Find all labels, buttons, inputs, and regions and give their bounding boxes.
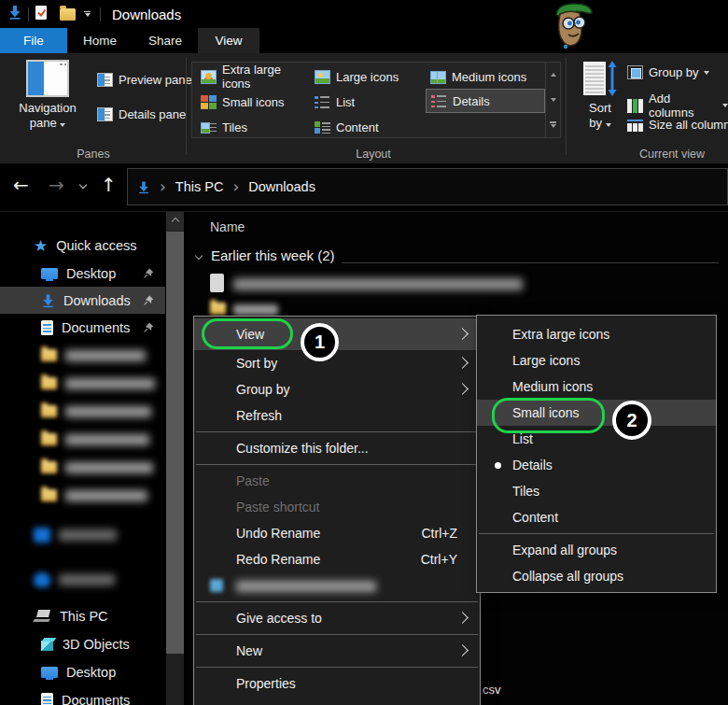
dropbox-icon	[34, 528, 50, 543]
details-pane-button[interactable]: Details pane	[97, 107, 186, 121]
back-button[interactable]: ←	[13, 176, 29, 194]
details-option-selected[interactable]: Details	[426, 89, 545, 113]
panes-group-label: Panes	[37, 148, 149, 161]
submenu-item-expand-all-groups[interactable]: Expand all groups	[477, 537, 716, 563]
context-menu-item-give-access[interactable]: Give access to	[194, 605, 480, 631]
gallery-expand-button[interactable]	[546, 112, 560, 137]
submenu-item-details[interactable]: Details	[477, 452, 716, 478]
tiles-option[interactable]: Tiles	[196, 115, 308, 139]
navigation-pane-icon	[26, 60, 69, 97]
annotation-step-badge-2: 2	[612, 401, 651, 440]
sidebar-item-redacted-folder[interactable]	[0, 482, 165, 509]
gallery-scroll-up-button[interactable]	[546, 63, 560, 88]
context-menu-item-redo-rename[interactable]: Redo Rename Ctrl+Y	[194, 546, 480, 572]
pin-icon[interactable]	[144, 320, 154, 335]
sidebar-item-desktop-pc[interactable]: Desktop	[0, 658, 165, 685]
scrollbar-thumb[interactable]	[166, 232, 184, 654]
pin-icon[interactable]	[144, 266, 154, 281]
list-option[interactable]: List	[310, 90, 422, 114]
annotation-highlight-view	[202, 318, 293, 349]
forward-button[interactable]: →	[49, 176, 64, 194]
pin-icon[interactable]	[144, 293, 154, 308]
breadcrumb-downloads[interactable]: Downloads	[248, 179, 315, 194]
sidebar-item-documents-pc[interactable]: Documents	[0, 686, 165, 705]
qat-check-icon[interactable]	[35, 5, 49, 24]
content-option[interactable]: Content	[310, 115, 422, 139]
group-collapse-chevron[interactable]	[195, 251, 203, 259]
context-menu-item-paste[interactable]: Paste	[194, 468, 480, 494]
context-menu-item-refresh[interactable]: Refresh	[194, 402, 480, 429]
size-all-columns-button[interactable]: Size all columns	[627, 118, 728, 132]
context-menu-item-group-by[interactable]: Group by	[194, 376, 480, 402]
add-columns-button[interactable]: Add columns	[627, 92, 728, 120]
submenu-item-extra-large-icons[interactable]: Extra large icons	[477, 321, 716, 347]
qat-folder-icon[interactable]	[60, 8, 76, 21]
context-menu-item-undo-rename[interactable]: Undo Rename Ctrl+Z	[194, 520, 480, 546]
context-menu-item-new[interactable]: New	[194, 638, 480, 664]
address-bar: ← → ↑ › This PC › Downloads	[0, 163, 728, 212]
context-menu-item-customize[interactable]: Customize this folder...	[194, 435, 480, 461]
redacted-file-name[interactable]	[233, 278, 523, 290]
sidebar-item-redacted-folder[interactable]	[0, 426, 165, 453]
context-menu-item-paste-shortcut[interactable]: Paste shortcut	[194, 494, 480, 520]
sidebar-item-documents[interactable]: Documents	[0, 314, 165, 341]
address-field[interactable]: › This PC › Downloads	[127, 168, 728, 205]
tab-share[interactable]: Share	[133, 28, 198, 53]
tab-view[interactable]: View	[198, 28, 259, 53]
sidebar-item-quick-access[interactable]: ★ Quick access	[0, 232, 165, 259]
sidebar-scrollbar[interactable]	[166, 212, 184, 705]
titlebar-separator	[100, 7, 101, 21]
context-menu-item-redacted[interactable]	[194, 572, 480, 599]
titlebar-separator	[28, 7, 29, 21]
desktop-icon	[41, 667, 58, 678]
large-icons-option[interactable]: Large icons	[310, 64, 422, 89]
qat-dropdown-icon[interactable]	[84, 11, 91, 18]
preview-pane-button[interactable]: Preview pane	[97, 73, 192, 87]
sidebar-item-desktop[interactable]: Desktop	[0, 260, 165, 287]
sidebar-item-redacted-folder[interactable]	[0, 370, 165, 397]
sidebar-item-dropbox-redacted[interactable]	[0, 521, 165, 548]
sort-by-button[interactable]: Sortby	[577, 60, 623, 131]
folder-icon	[41, 461, 57, 473]
redacted-folder-name[interactable]	[233, 304, 278, 316]
sidebar-item-this-pc[interactable]: This PC	[0, 602, 165, 629]
sidebar-item-redacted-folder[interactable]	[0, 454, 165, 481]
group-by-button[interactable]: Group by	[627, 65, 709, 79]
preview-pane-icon	[97, 73, 113, 87]
context-menu-item-properties[interactable]: Properties	[194, 670, 480, 697]
window-title: Downloads	[112, 7, 181, 22]
name-column-header[interactable]: Name	[210, 219, 245, 234]
submenu-item-collapse-all-groups[interactable]: Collapse all groups	[477, 563, 716, 589]
sidebar-item-redacted-folder[interactable]	[0, 342, 165, 369]
breadcrumb-this-pc[interactable]: This PC	[175, 179, 224, 194]
sidebar-item-onedrive-redacted[interactable]	[0, 566, 165, 593]
context-menu-item-sort-by[interactable]: Sort by	[194, 350, 480, 376]
submenu-item-content[interactable]: Content	[477, 504, 716, 530]
tab-home[interactable]: Home	[67, 28, 133, 53]
recent-locations-chevron[interactable]	[79, 181, 87, 189]
list-icon	[315, 95, 330, 109]
sidebar-item-3d-objects[interactable]: 3D Objects	[0, 630, 165, 657]
menu-separator	[196, 431, 478, 432]
sidebar-item-downloads-selected[interactable]: Downloads	[0, 287, 165, 314]
group-by-icon	[627, 65, 643, 79]
submenu-item-medium-icons[interactable]: Medium icons	[477, 374, 716, 400]
scrollbar-up-button[interactable]	[166, 212, 184, 231]
medium-icons-option[interactable]: Medium icons	[426, 64, 545, 89]
this-pc-icon	[34, 610, 51, 622]
small-icons-option[interactable]: Small icons	[196, 90, 308, 114]
submenu-item-tiles[interactable]: Tiles	[477, 478, 716, 504]
gallery-scroll-down-button[interactable]	[546, 88, 560, 113]
group-header-row[interactable]: Earlier this week (2)	[196, 247, 335, 263]
sidebar-item-redacted-folder[interactable]	[0, 398, 165, 425]
navigation-pane-button[interactable]: Navigationpane	[9, 60, 86, 131]
up-button[interactable]: ↑	[101, 176, 117, 194]
submenu-item-large-icons[interactable]: Large icons	[477, 347, 716, 374]
folder-icon	[41, 489, 57, 501]
ribbon-tab-strip: File Home Share View	[0, 28, 728, 53]
tab-file[interactable]: File	[0, 28, 67, 53]
quick-access-star-icon: ★	[34, 236, 48, 255]
ribbon: Navigationpane Preview pane Details pane…	[0, 53, 728, 163]
documents-icon	[41, 320, 53, 335]
extra-large-icons-option[interactable]: Extra large icons	[196, 64, 308, 89]
